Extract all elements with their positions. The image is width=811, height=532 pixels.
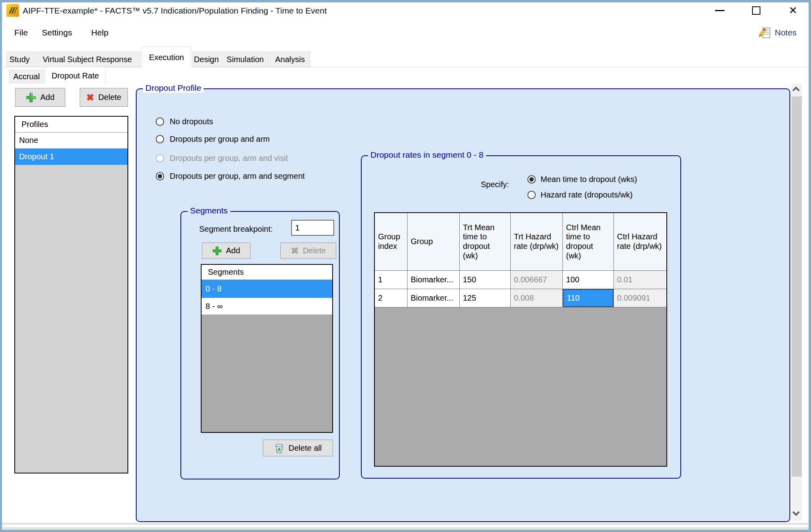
segment-breakpoint-input[interactable] [291, 220, 334, 236]
maximize-button[interactable] [744, 2, 768, 18]
segments-groupbox: Segments Segment breakpoint: Add ✖ Delet… [180, 211, 340, 479]
col-header-ctrl-hazard: Ctrl Hazard rate (drp/wk) [614, 213, 666, 270]
cell-r1-ctrl-hazard[interactable]: 0.01 [614, 271, 666, 289]
option-dropouts-group-arm[interactable]: Dropouts per group and arm [156, 135, 270, 144]
cell-r2-group-index[interactable]: 2 [375, 289, 407, 307]
tab-execution[interactable]: Execution [142, 47, 191, 68]
close-icon: ✕ [789, 5, 797, 16]
window-border-bottom [0, 530, 811, 532]
scroll-up-button[interactable] [793, 88, 799, 93]
app-window: AIPF-TTE-example* - FACTS™ v5.7 Indicati… [0, 0, 811, 532]
cell-r1-ctrl-mean[interactable]: 100 [563, 271, 613, 289]
tab-design[interactable]: Design [192, 52, 220, 67]
tab-simulation[interactable]: Simulation [221, 52, 269, 67]
cell-r1-group-index[interactable]: 1 [375, 271, 407, 289]
tab-baseline [2, 67, 809, 67]
window-title: AIPF-TTE-example* - FACTS™ v5.7 Indicati… [23, 6, 327, 16]
add-icon [212, 246, 222, 256]
segments-list-header: Segments [202, 265, 332, 280]
add-label: Add [40, 93, 55, 102]
minimize-button[interactable] [708, 2, 732, 18]
option-mean-time[interactable]: Mean time to dropout (wks) [527, 175, 637, 184]
subtab-accrual[interactable]: Accrual [9, 70, 44, 83]
vertical-scrollbar[interactable] [791, 84, 802, 521]
radio-dropouts-group-arm[interactable] [156, 135, 164, 143]
segment-delete-button: ✖ Delete [280, 243, 336, 259]
cell-r2-ctrl-mean-selected[interactable]: 110 [563, 289, 613, 307]
menu-help[interactable]: Help [91, 28, 108, 37]
option-dropouts-group-arm-segment[interactable]: Dropouts per group, arm and segment [156, 172, 305, 181]
segment-item-0-8[interactable]: 0 - 8 [202, 280, 332, 298]
col-header-trt-mean: Trt Mean time to dropout (wk) [460, 213, 510, 270]
col-header-trt-hazard: Trt Hazard rate (drp/wk) [511, 213, 562, 270]
profiles-list-empty-area [15, 165, 127, 473]
delete-icon-disabled: ✖ [291, 246, 299, 256]
option-hazard-rate[interactable]: Hazard rate (dropouts/wk) [527, 190, 633, 200]
profile-add-button[interactable]: Add [15, 88, 65, 107]
bottom-strip [2, 523, 809, 525]
segments-legend: Segments [188, 206, 230, 215]
chevron-down-icon [792, 509, 799, 516]
title-bar: AIPF-TTE-example* - FACTS™ v5.7 Indicati… [2, 2, 809, 20]
col-header-group-index: Group index [375, 213, 407, 270]
segment-item-8-inf[interactable]: 8 - ∞ [202, 298, 332, 315]
col-header-ctrl-mean: Ctrl Mean time to dropout (wk) [563, 213, 613, 270]
radio-mean-time[interactable] [527, 175, 536, 184]
dropout-rates-table: Group index Group Trt Mean time to dropo… [374, 212, 667, 467]
profile-item-none[interactable]: None [15, 133, 127, 149]
cell-r2-trt-hazard[interactable]: 0.008 [511, 289, 562, 307]
subtab-dropout-rate[interactable]: Dropout Rate [45, 66, 106, 85]
cell-r1-group[interactable]: Biomarker... [407, 271, 459, 289]
tab-virtual-subject-response[interactable]: Virtual Subject Response [34, 52, 141, 67]
menu-bar: File Settings Help Notes [2, 20, 809, 46]
radio-dropouts-group-arm-segment[interactable] [156, 172, 164, 180]
delete-all-button[interactable]: Delete all [263, 440, 333, 456]
delete-label: Delete [98, 93, 121, 102]
app-logo-icon [6, 4, 19, 17]
minimize-icon [715, 10, 725, 11]
option-no-dropouts[interactable]: No dropouts [156, 117, 213, 126]
menu-settings[interactable]: Settings [42, 28, 72, 37]
segments-list: Segments 0 - 8 8 - ∞ [201, 264, 333, 433]
notes-label: Notes [775, 28, 797, 37]
profiles-list: Profiles None Dropout 1 [14, 116, 128, 473]
radio-no-dropouts[interactable] [156, 117, 164, 126]
cell-r2-trt-mean[interactable]: 125 [460, 289, 510, 307]
window-border-right [809, 0, 811, 532]
scrollbar-thumb[interactable] [791, 96, 802, 477]
cell-r2-ctrl-hazard[interactable]: 0.009091 [614, 289, 666, 307]
close-button[interactable]: ✕ [781, 2, 805, 18]
segment-add-button[interactable]: Add [202, 243, 251, 259]
dropout-profile-legend: Dropout Profile [143, 83, 204, 93]
table-empty-area [375, 307, 666, 466]
scroll-down-button[interactable] [793, 510, 799, 515]
profile-delete-button[interactable]: ✖ Delete [80, 88, 128, 107]
segments-list-empty-area [202, 315, 332, 432]
menu-file[interactable]: File [14, 28, 28, 37]
add-icon [26, 92, 36, 103]
window-border-left [0, 0, 2, 532]
tab-analysis[interactable]: Analysis [270, 52, 310, 67]
cell-r1-trt-hazard[interactable]: 0.006667 [511, 271, 562, 289]
radio-hazard-rate[interactable] [527, 191, 536, 199]
window-border-top [0, 0, 811, 2]
option-dropouts-group-arm-visit: Dropouts per group, arm and visit [156, 154, 288, 163]
tab-study[interactable]: Study [6, 52, 33, 67]
notes-button[interactable]: Notes [758, 24, 802, 41]
segment-breakpoint-input-wrap [291, 220, 334, 236]
dropout-rates-legend: Dropout rates in segment 0 - 8 [368, 150, 486, 160]
chevron-up-icon [792, 86, 799, 94]
notes-icon [758, 26, 772, 39]
cell-r2-group[interactable]: Biomarker... [407, 289, 459, 307]
cell-r1-trt-mean[interactable]: 150 [460, 271, 510, 289]
specify-label: Specify: [481, 180, 509, 189]
segment-breakpoint-label: Segment breakpoint: [199, 225, 273, 234]
recycle-bin-icon [274, 442, 284, 454]
dropout-profile-groupbox: Dropout Profile No dropouts Dropouts per… [136, 88, 790, 522]
profile-item-dropout-1[interactable]: Dropout 1 [15, 149, 127, 165]
col-header-group: Group [407, 213, 459, 270]
profiles-list-header: Profiles [15, 117, 127, 133]
radio-dropouts-group-arm-visit [156, 154, 164, 162]
dropout-rates-groupbox: Dropout rates in segment 0 - 8 Specify: … [361, 155, 681, 479]
maximize-icon [752, 6, 760, 15]
